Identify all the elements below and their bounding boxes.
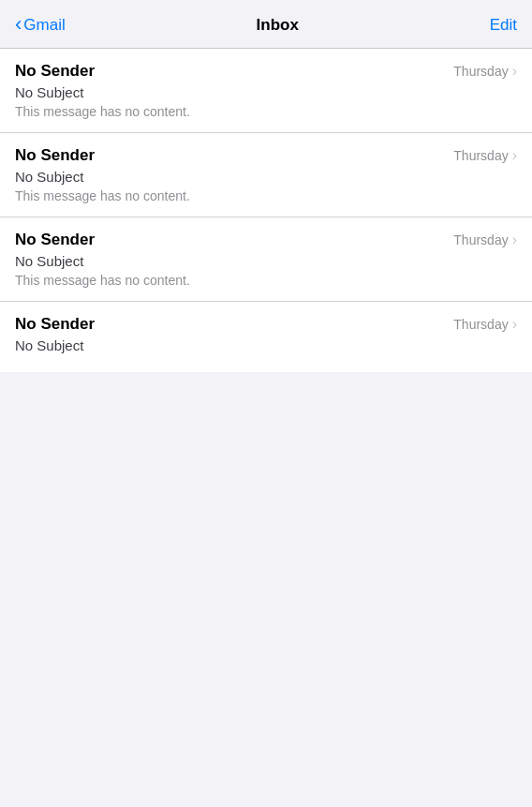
email-date: Thursday xyxy=(453,232,508,247)
email-date: Thursday xyxy=(453,317,508,332)
email-sender: No Sender xyxy=(15,62,95,81)
email-date-container: Thursday › xyxy=(453,232,517,247)
email-subject: No Subject xyxy=(15,169,517,185)
email-subject: No Subject xyxy=(15,84,517,100)
email-item[interactable]: No Sender Thursday › No Subject This mes… xyxy=(0,133,532,217)
edit-button[interactable]: Edit xyxy=(490,16,517,35)
email-preview: This message has no content. xyxy=(15,273,517,288)
email-preview: This message has no content. xyxy=(15,104,517,119)
email-preview: This message has no content. xyxy=(15,188,517,203)
email-header: No Sender Thursday › xyxy=(15,315,517,334)
email-subject: No Subject xyxy=(15,253,517,269)
email-body: No Sender Thursday › No Subject This mes… xyxy=(15,146,517,203)
email-sender: No Sender xyxy=(15,146,95,165)
email-header: No Sender Thursday › xyxy=(15,146,517,165)
chevron-right-icon: › xyxy=(512,232,517,247)
page-title: Inbox xyxy=(66,16,490,35)
back-button[interactable]: ‹ Gmail xyxy=(15,15,66,35)
email-header: No Sender Thursday › xyxy=(15,231,517,249)
email-item[interactable]: No Sender Thursday › No Subject This mes… xyxy=(0,49,532,133)
email-item[interactable]: No Sender Thursday › No Subject xyxy=(0,302,532,372)
email-date: Thursday xyxy=(453,64,508,79)
chevron-right-icon: › xyxy=(512,64,517,79)
email-header: No Sender Thursday › xyxy=(15,62,517,81)
back-label: Gmail xyxy=(23,16,65,35)
email-sender: No Sender xyxy=(15,315,95,334)
email-body: No Sender Thursday › No Subject This mes… xyxy=(15,62,517,119)
email-item[interactable]: No Sender Thursday › No Subject This mes… xyxy=(0,217,532,302)
email-date-container: Thursday › xyxy=(453,317,517,332)
navigation-bar: ‹ Gmail Inbox Edit xyxy=(0,0,532,49)
email-body: No Sender Thursday › No Subject This mes… xyxy=(15,231,517,288)
email-body: No Sender Thursday › No Subject xyxy=(15,315,517,359)
email-subject: No Subject xyxy=(15,337,517,353)
email-sender: No Sender xyxy=(15,231,95,249)
chevron-right-icon: › xyxy=(512,148,517,163)
chevron-right-icon: › xyxy=(512,317,517,332)
email-list: No Sender Thursday › No Subject This mes… xyxy=(0,49,532,372)
email-date-container: Thursday › xyxy=(453,148,517,163)
email-date: Thursday xyxy=(453,148,508,163)
email-date-container: Thursday › xyxy=(453,64,517,79)
chevron-left-icon: ‹ xyxy=(15,14,22,35)
